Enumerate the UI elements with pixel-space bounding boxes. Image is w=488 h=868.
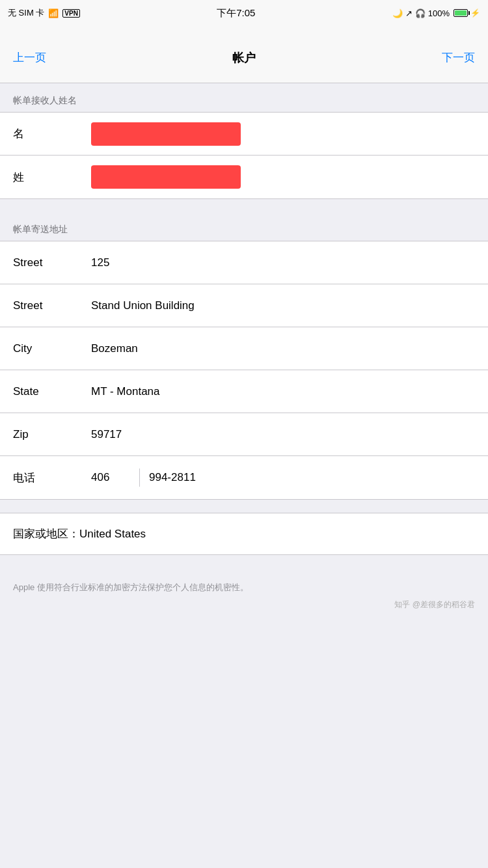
billing-address-section: Street 125 Street Stand Union Building C… xyxy=(0,241,488,500)
city-label: City xyxy=(13,342,91,355)
charging-icon: ⚡ xyxy=(470,8,480,18)
city-row: City Bozeman xyxy=(0,327,488,370)
next-page-button[interactable]: 下一页 xyxy=(442,50,475,65)
street2-label: Street xyxy=(13,299,91,312)
city-value: Bozeman xyxy=(91,342,475,355)
billing-address-header: 帐单寄送地址 xyxy=(0,212,488,241)
battery-icon xyxy=(454,9,468,17)
status-bar: 无 SIM 卡 📶 VPN 下午7:05 🌙 ↗ 🎧 100% ⚡ xyxy=(0,0,488,26)
footer-watermark: 知乎 @差很多的稻谷君 xyxy=(13,599,475,610)
section-gap-1 xyxy=(0,199,488,212)
zip-label: Zip xyxy=(13,428,91,441)
last-name-row: 姓 xyxy=(0,156,488,198)
phone-label: 电话 xyxy=(13,470,91,485)
page-title: 帐户 xyxy=(232,50,256,66)
footer: Apple 使用符合行业标准的加密方法保护您个人信息的机密性。 知乎 @差很多的… xyxy=(0,568,488,636)
status-right: 🌙 ↗ 🎧 100% ⚡ xyxy=(392,8,480,18)
footer-text: Apple 使用符合行业标准的加密方法保护您个人信息的机密性。 xyxy=(13,581,475,594)
section-gap-2 xyxy=(0,500,488,513)
billing-name-header: 帐单接收人姓名 xyxy=(0,83,488,112)
zip-value: 59717 xyxy=(91,428,475,441)
status-time: 下午7:05 xyxy=(217,7,255,20)
street1-row: Street 125 xyxy=(0,241,488,284)
street2-value: Stand Union Building xyxy=(91,299,475,312)
phone-area: 406 xyxy=(91,471,130,484)
moon-icon: 🌙 xyxy=(392,8,403,18)
street1-value: 125 xyxy=(91,256,475,269)
last-name-input[interactable] xyxy=(91,165,241,189)
phone-number: 994-2811 xyxy=(149,471,196,484)
location-icon: ↗ xyxy=(405,8,413,18)
no-sim-label: 无 SIM 卡 xyxy=(8,7,44,19)
battery-pct-label: 100% xyxy=(428,8,450,18)
wifi-icon: 📶 xyxy=(48,8,59,18)
state-row: State MT - Montana xyxy=(0,370,488,413)
first-name-label: 名 xyxy=(13,126,91,141)
street2-row: Street Stand Union Building xyxy=(0,284,488,327)
headphone-icon: 🎧 xyxy=(415,8,426,18)
zip-row: Zip 59717 xyxy=(0,413,488,456)
street1-label: Street xyxy=(13,256,91,269)
billing-name-section: 名 姓 xyxy=(0,112,488,199)
status-left: 无 SIM 卡 📶 VPN xyxy=(8,7,80,19)
phone-divider xyxy=(139,468,140,487)
section-gap-3 xyxy=(0,555,488,568)
country-label: 国家或地区：United States xyxy=(13,528,146,540)
first-name-input[interactable] xyxy=(91,122,241,146)
state-value: MT - Montana xyxy=(91,385,475,398)
last-name-label: 姓 xyxy=(13,170,91,185)
country-label-text: 国家或地区： xyxy=(13,528,79,540)
country-value: United States xyxy=(79,528,146,540)
state-label: State xyxy=(13,385,91,398)
prev-page-button[interactable]: 上一页 xyxy=(13,50,46,65)
country-section: 国家或地区：United States xyxy=(0,513,488,555)
vpn-badge: VPN xyxy=(62,9,80,18)
first-name-row: 名 xyxy=(0,113,488,156)
nav-bar: 上一页 帐户 下一页 xyxy=(0,26,488,83)
phone-row: 电话 406 994-2811 xyxy=(0,456,488,499)
